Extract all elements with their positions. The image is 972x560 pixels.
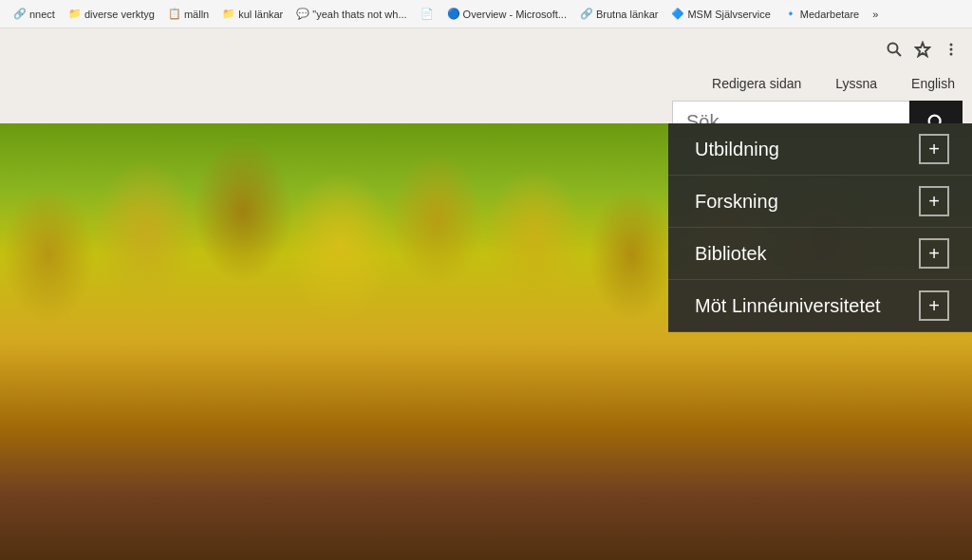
expand-utbildning-button[interactable]: + bbox=[919, 134, 949, 164]
bookmark-msm[interactable]: 🔷 MSM Självservice bbox=[665, 6, 776, 22]
more-label: » bbox=[872, 9, 878, 20]
nav-item-mot[interactable]: Möt Linnéuniversitetet + bbox=[668, 280, 972, 332]
plus-icon-forskning: + bbox=[928, 191, 940, 213]
bookmarks-bar: 🔗 nnect 📁 diverse verktyg 📋 mälln 📁 kul … bbox=[0, 0, 972, 28]
bookmark-malln[interactable]: 📋 mälln bbox=[162, 6, 215, 22]
bookmark-overview-label: Overview - Microsoft... bbox=[463, 9, 567, 20]
nav-label-bibliotek: Bibliotek bbox=[695, 243, 767, 265]
brutna-icon: 🔗 bbox=[580, 8, 593, 20]
bookmark-brutna-label: Brutna länkar bbox=[596, 9, 658, 20]
svg-point-4 bbox=[950, 48, 953, 51]
connect-icon: 🔗 bbox=[13, 8, 27, 20]
msm-icon: 🔷 bbox=[671, 8, 684, 20]
bookmark-diverse-label: diverse verktyg bbox=[84, 9, 155, 20]
svg-line-1 bbox=[897, 52, 902, 57]
bookmark-yeah-label: "yeah thats not wh... bbox=[312, 9, 406, 20]
more-options-icon[interactable] bbox=[938, 36, 964, 63]
action-links-row: Redigera sidan Lyssna English bbox=[695, 63, 972, 97]
overview-icon: 🔵 bbox=[447, 8, 460, 20]
page-content: Utbildning + Forskning + Bibliotek + Möt… bbox=[0, 123, 972, 560]
plus-icon-utbildning: + bbox=[928, 139, 940, 160]
nav-item-forskning[interactable]: Forskning + bbox=[668, 176, 972, 228]
bookmark-more[interactable]: » bbox=[867, 7, 884, 22]
nav-item-utbildning[interactable]: Utbildning + bbox=[668, 123, 972, 176]
search-icon-button[interactable] bbox=[881, 36, 907, 63]
english-link[interactable]: English bbox=[894, 70, 972, 97]
kul-icon: 📁 bbox=[222, 8, 235, 20]
nav-label-forskning: Forskning bbox=[695, 191, 778, 213]
bookmark-medarbetare-label: Medarbetare bbox=[800, 9, 859, 20]
svg-marker-2 bbox=[916, 43, 929, 56]
bookmark-medarbetare[interactable]: 🔹 Medarbetare bbox=[778, 6, 865, 22]
bookmark-connect-label: nnect bbox=[29, 9, 55, 20]
bookmark-diverse[interactable]: 📁 diverse verktyg bbox=[63, 6, 160, 22]
expand-forskning-button[interactable]: + bbox=[919, 186, 949, 216]
diverse-icon: 📁 bbox=[68, 8, 82, 20]
main-navigation: Utbildning + Forskning + Bibliotek + Möt… bbox=[668, 123, 972, 560]
bookmark-kul-label: kul länkar bbox=[238, 9, 283, 20]
header-icons-row bbox=[881, 28, 972, 63]
doc-icon: 📄 bbox=[421, 8, 434, 20]
plus-icon-bibliotek: + bbox=[928, 243, 940, 265]
plus-icon-mot: + bbox=[928, 295, 940, 317]
svg-point-3 bbox=[950, 44, 953, 47]
bookmark-doc[interactable]: 📄 bbox=[415, 6, 439, 22]
bookmark-connect[interactable]: 🔗 nnect bbox=[8, 6, 61, 22]
star-icon-button[interactable] bbox=[909, 36, 936, 63]
medarbetare-icon: 🔹 bbox=[784, 8, 797, 20]
bookmark-msm-label: MSM Självservice bbox=[687, 9, 770, 20]
lyssna-link[interactable]: Lyssna bbox=[818, 70, 894, 97]
expand-bibliotek-button[interactable]: + bbox=[919, 238, 949, 269]
yeah-icon: 💬 bbox=[296, 8, 309, 20]
bookmark-malln-label: mälln bbox=[184, 9, 209, 20]
bookmark-overview[interactable]: 🔵 Overview - Microsoft... bbox=[441, 6, 572, 22]
malln-icon: 📋 bbox=[168, 8, 181, 20]
expand-mot-button[interactable]: + bbox=[919, 290, 949, 321]
nav-item-bibliotek[interactable]: Bibliotek + bbox=[668, 228, 972, 280]
svg-point-0 bbox=[888, 44, 898, 53]
bookmark-kul[interactable]: 📁 kul länkar bbox=[216, 6, 289, 22]
bookmark-brutna[interactable]: 🔗 Brutna länkar bbox=[574, 6, 664, 22]
site-header: Redigera sidan Lyssna English bbox=[0, 28, 972, 123]
nav-label-utbildning: Utbildning bbox=[695, 139, 779, 160]
redigera-link[interactable]: Redigera sidan bbox=[695, 70, 818, 97]
nav-label-mot: Möt Linnéuniversitetet bbox=[695, 295, 881, 317]
bookmark-yeah[interactable]: 💬 "yeah thats not wh... bbox=[290, 6, 412, 22]
bookmark-items: 🔗 nnect 📁 diverse verktyg 📋 mälln 📁 kul … bbox=[8, 6, 964, 22]
svg-point-5 bbox=[950, 53, 953, 56]
